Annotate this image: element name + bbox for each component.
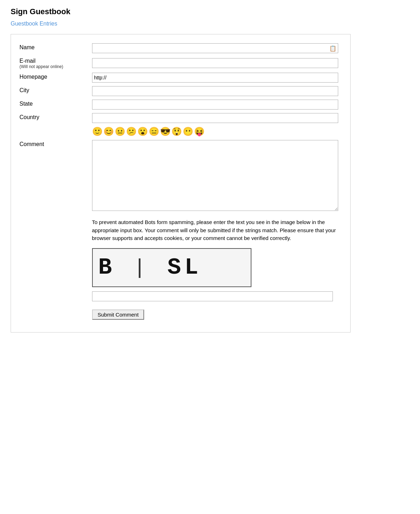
emoji-button[interactable]: 😮 <box>137 127 148 136</box>
spam-notice: To prevent automated Bots form spamming,… <box>92 218 339 242</box>
emoji-button[interactable]: 😶 <box>183 127 193 136</box>
submit-row: Submit Comment <box>18 308 340 322</box>
emoji-button[interactable]: 😎 <box>160 127 171 136</box>
form-container: Name 📋 E-mail (Will not appear online) <box>11 34 351 333</box>
country-row: Country <box>18 111 340 125</box>
state-input[interactable] <box>92 100 339 110</box>
country-label: Country <box>18 111 91 125</box>
form-table: Name 📋 E-mail (Will not appear online) <box>18 41 340 322</box>
comment-textarea[interactable] <box>92 140 339 211</box>
spam-row: To prevent automated Bots form spamming,… <box>18 214 340 303</box>
name-input-wrapper: 📋 <box>92 43 339 53</box>
city-row: City <box>18 84 340 98</box>
emoji-container: 🙂😊😐😕😮😑😎😲😶😝 <box>91 125 340 138</box>
name-input[interactable] <box>92 43 339 53</box>
page-title: Sign Guestbook <box>11 7 409 16</box>
comment-label: Comment <box>18 138 91 214</box>
spacer-row <box>18 303 340 308</box>
emoji-button[interactable]: 😑 <box>149 127 159 136</box>
state-row: State <box>18 98 340 111</box>
city-input[interactable] <box>92 86 339 96</box>
emoji-button[interactable]: 😕 <box>126 127 137 136</box>
guestbook-entries-link[interactable]: Guestbook Entries <box>11 21 57 27</box>
captcha-image: B | SL <box>92 248 251 287</box>
email-label: E-mail (Will not appear online) <box>18 55 91 71</box>
emoji-button[interactable]: 😐 <box>115 127 125 136</box>
city-label: City <box>18 84 91 98</box>
state-label: State <box>18 98 91 111</box>
captcha-input-wrapper <box>92 291 339 301</box>
email-input[interactable] <box>92 58 339 68</box>
emoji-button[interactable]: 😝 <box>194 127 205 136</box>
guestbook-form: Name 📋 E-mail (Will not appear online) <box>18 41 340 322</box>
email-sublabel: (Will not appear online) <box>19 64 89 69</box>
homepage-row: Homepage <box>18 71 340 84</box>
emoji-button[interactable]: 😲 <box>171 127 182 136</box>
homepage-input[interactable] <box>92 73 339 83</box>
emoji-button[interactable]: 😊 <box>103 127 114 136</box>
captcha-text: B | SL <box>98 255 202 280</box>
emoji-row: 🙂😊😐😕😮😑😎😲😶😝 <box>18 125 340 138</box>
homepage-label: Homepage <box>18 71 91 84</box>
emoji-button[interactable]: 🙂 <box>92 127 103 136</box>
name-row: Name 📋 <box>18 41 340 55</box>
name-label: Name <box>18 41 91 55</box>
email-row: E-mail (Will not appear online) <box>18 55 340 71</box>
comment-row: Comment <box>18 138 340 214</box>
submit-button[interactable]: Submit Comment <box>92 309 144 320</box>
captcha-input[interactable] <box>92 291 333 301</box>
country-input[interactable] <box>92 113 339 123</box>
